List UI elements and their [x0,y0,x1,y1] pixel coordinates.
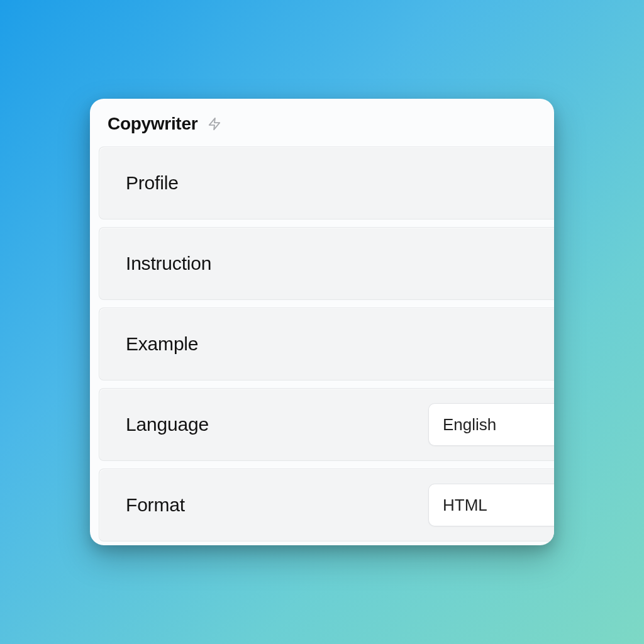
row-example[interactable]: Example [99,308,554,380]
rows-container: Profile Instruction Example Language Eng… [90,147,554,541]
row-language[interactable]: Language English [99,388,554,461]
row-instruction[interactable]: Instruction [99,227,554,300]
row-label: Format [126,494,185,516]
row-label: Instruction [126,253,211,274]
card-panel: Copywriter Profile Instruction Example L… [90,99,554,545]
row-label: Profile [126,172,179,194]
select-value: HTML [443,496,487,515]
select-value: English [443,415,496,435]
header-title: Copywriter [108,114,197,134]
lightning-icon [206,116,223,132]
row-profile[interactable]: Profile [99,147,554,219]
row-label: Language [126,414,209,435]
language-select[interactable]: English [428,403,554,446]
row-label: Example [126,333,198,355]
svg-marker-0 [209,118,220,130]
format-select[interactable]: HTML [428,484,554,526]
card-header: Copywriter [90,99,554,147]
row-format[interactable]: Format HTML [99,469,554,541]
